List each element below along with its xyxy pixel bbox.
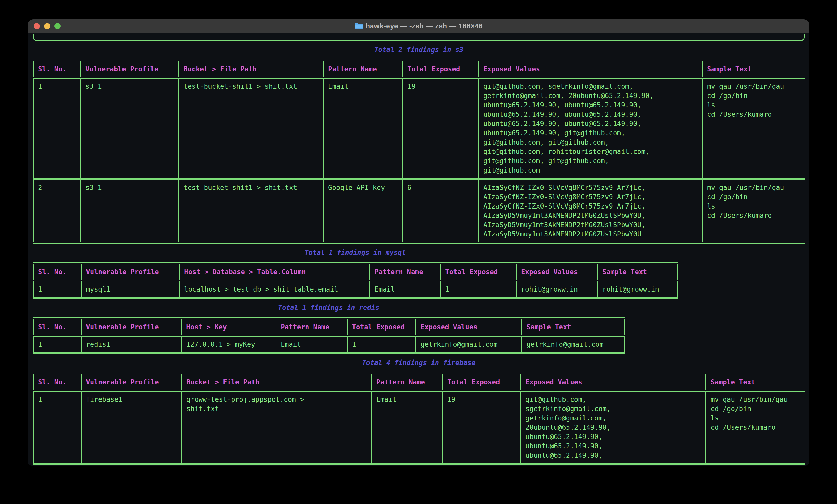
cell-total-exposed: 19 <box>443 391 521 464</box>
folder-icon <box>354 22 363 30</box>
s3-findings-table: Sl. No. Vulnerable Profile Bucket > File… <box>33 59 805 244</box>
cell-exposed-values: rohit@groww.in <box>516 281 598 298</box>
cell-exposed-values: git@github.com, sgetrkinfo@gmail.com, ge… <box>479 78 702 179</box>
table-row: 2 s3_1 test-bucket-shit1 > shit.txt Goog… <box>33 179 805 243</box>
column-header-total-exposed: Total Exposed <box>347 318 416 336</box>
cell-sl-no: 2 <box>33 179 81 243</box>
cell-sl-no: 1 <box>33 391 81 464</box>
table-header-row: Sl. No. Vulnerable Profile Host > Key Pa… <box>33 318 625 336</box>
column-header-pattern-name: Pattern Name <box>323 60 403 78</box>
titlebar[interactable]: hawk-eye — -zsh — zsh — 166×46 <box>28 19 809 33</box>
column-header-sl-no: Sl. No. <box>33 374 81 391</box>
cell-total-exposed: 6 <box>403 179 479 243</box>
table-header-row: Sl. No. Vulnerable Profile Host > Databa… <box>33 263 678 281</box>
cell-pattern-name: Email <box>370 281 441 298</box>
column-header-sl-no: Sl. No. <box>33 318 81 336</box>
cell-bucket-file-path: test-bucket-shit1 > shit.txt <box>179 179 323 243</box>
column-header-vulnerable-profile: Vulnerable Profile <box>81 374 182 391</box>
column-header-sample-text: Sample Text <box>522 318 625 336</box>
firebase-findings-section: Total 4 findings in firebase Sl. No. Vul… <box>33 358 805 465</box>
terminal-screen[interactable]: Total 2 findings in s3 Sl. No. Vulnerabl… <box>28 33 809 466</box>
cell-bucket-file-path: test-bucket-shit1 > shit.txt <box>179 78 323 179</box>
column-header-total-exposed: Total Exposed <box>443 374 521 391</box>
redis-findings-section: Total 1 findings in redis Sl. No. Vulner… <box>33 303 624 354</box>
terminal-window: hawk-eye — -zsh — zsh — 166×46 Total 2 f… <box>28 19 809 466</box>
cell-bucket-file-path: groww-test-proj.appspot.com > shit.txt <box>182 391 372 464</box>
cell-sample-text: rohit@groww.in <box>598 281 678 298</box>
firebase-findings-table: Sl. No. Vulnerable Profile Bucket > File… <box>33 373 805 465</box>
column-header-host-key: Host > Key <box>181 318 276 336</box>
column-header-exposed-values: Exposed Values <box>479 60 702 78</box>
column-header-sl-no: Sl. No. <box>33 60 81 78</box>
cell-sl-no: 1 <box>33 78 81 179</box>
table-row: 1 firebase1 groww-test-proj.appspot.com … <box>33 391 805 464</box>
redis-findings-table: Sl. No. Vulnerable Profile Host > Key Pa… <box>33 317 625 354</box>
table-row: 1 redis1 127.0.0.1 > myKey Email 1 getrk… <box>33 336 625 353</box>
cell-exposed-values: AIzaSyCfNZ-IZx0-SlVcVg8MCr575zv9_Ar7jLc,… <box>479 179 702 243</box>
window-controls <box>34 19 60 33</box>
column-header-exposed-values: Exposed Values <box>521 374 706 391</box>
column-header-vulnerable-profile: Vulnerable Profile <box>81 318 181 336</box>
column-header-sl-no: Sl. No. <box>33 263 81 281</box>
column-header-sample-text: Sample Text <box>702 60 805 78</box>
mysql-findings-section: Total 1 findings in mysql Sl. No. Vulner… <box>33 248 677 299</box>
cell-vulnerable-profile: s3_1 <box>81 179 179 243</box>
column-header-sample-text: Sample Text <box>706 374 805 391</box>
previous-panel-bottom-border <box>33 34 805 41</box>
redis-findings-title: Total 1 findings in redis <box>33 303 624 312</box>
s3-findings-section: Total 2 findings in s3 Sl. No. Vulnerabl… <box>33 45 805 244</box>
table-header-row: Sl. No. Vulnerable Profile Bucket > File… <box>33 60 805 78</box>
zoom-button[interactable] <box>54 23 60 29</box>
column-header-bucket-file-path: Bucket > File Path <box>182 374 372 391</box>
table-row: 1 mysql1 localhost > test_db > shit_tabl… <box>33 281 678 298</box>
cell-total-exposed: 1 <box>441 281 516 298</box>
firebase-findings-title: Total 4 findings in firebase <box>33 358 805 367</box>
column-header-pattern-name: Pattern Name <box>276 318 347 336</box>
table-row: 1 s3_1 test-bucket-shit1 > shit.txt Emai… <box>33 78 805 179</box>
column-header-total-exposed: Total Exposed <box>403 60 479 78</box>
column-header-exposed-values: Exposed Values <box>516 263 598 281</box>
cell-sample-text: getrkinfo@gmail.com <box>522 336 625 353</box>
cell-vulnerable-profile: mysql1 <box>81 281 179 298</box>
cell-pattern-name: Email <box>372 391 443 464</box>
column-header-total-exposed: Total Exposed <box>441 263 516 281</box>
cell-sl-no: 1 <box>33 336 81 353</box>
window-title-text: hawk-eye — -zsh — zsh — 166×46 <box>366 22 483 30</box>
table-header-row: Sl. No. Vulnerable Profile Bucket > File… <box>33 374 805 391</box>
mysql-findings-table: Sl. No. Vulnerable Profile Host > Databa… <box>33 262 678 299</box>
cell-total-exposed: 19 <box>403 78 479 179</box>
cell-pattern-name: Google API key <box>323 179 403 243</box>
cell-sample-text: mv gau /usr/bin/gau cd /go/bin ls cd /Us… <box>702 179 805 243</box>
s3-findings-title: Total 2 findings in s3 <box>33 45 805 54</box>
column-header-host-database-table-column: Host > Database > Table.Column <box>179 263 370 281</box>
cell-vulnerable-profile: s3_1 <box>81 78 179 179</box>
column-header-bucket-file-path: Bucket > File Path <box>179 60 323 78</box>
column-header-sample-text: Sample Text <box>598 263 678 281</box>
close-button[interactable] <box>34 23 40 29</box>
cell-exposed-values: git@github.com, sgetrkinfo@gmail.com, ge… <box>521 391 706 464</box>
cell-sl-no: 1 <box>33 281 81 298</box>
cell-pattern-name: Email <box>276 336 347 353</box>
cell-total-exposed: 1 <box>347 336 416 353</box>
cell-host-database-table-column: localhost > test_db > shit_table.email <box>179 281 370 298</box>
cell-sample-text: mv gau /usr/bin/gau cd /go/bin ls cd /Us… <box>706 391 805 464</box>
mysql-findings-title: Total 1 findings in mysql <box>33 248 677 257</box>
column-header-exposed-values: Exposed Values <box>416 318 522 336</box>
window-title: hawk-eye — -zsh — zsh — 166×46 <box>354 22 483 30</box>
column-header-vulnerable-profile: Vulnerable Profile <box>81 263 179 281</box>
minimize-button[interactable] <box>44 23 50 29</box>
column-header-vulnerable-profile: Vulnerable Profile <box>81 60 179 78</box>
cell-pattern-name: Email <box>323 78 403 179</box>
cell-exposed-values: getrkinfo@gmail.com <box>416 336 522 353</box>
column-header-pattern-name: Pattern Name <box>372 374 443 391</box>
cell-vulnerable-profile: firebase1 <box>81 391 182 464</box>
cell-host-key: 127.0.0.1 > myKey <box>181 336 276 353</box>
cell-sample-text: mv gau /usr/bin/gau cd /go/bin ls cd /Us… <box>702 78 805 179</box>
column-header-pattern-name: Pattern Name <box>370 263 441 281</box>
cell-vulnerable-profile: redis1 <box>81 336 181 353</box>
